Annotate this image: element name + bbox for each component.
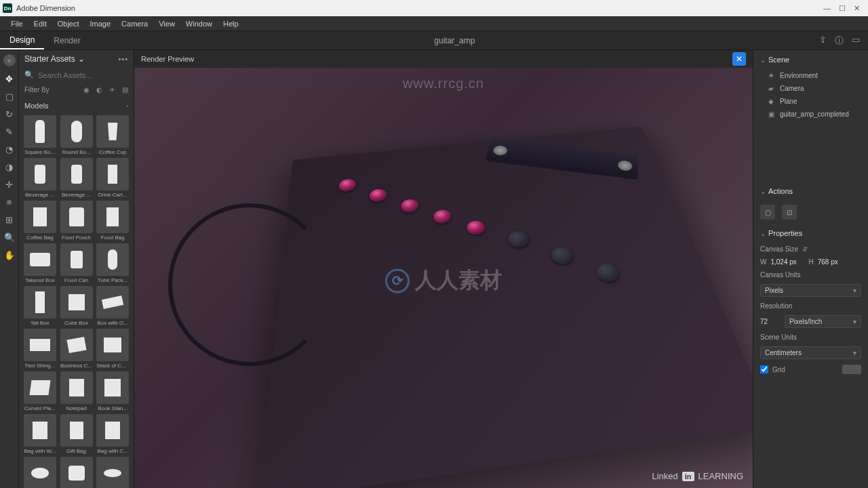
asset-label: Gift Bag (60, 448, 93, 454)
filter-materials-icon[interactable]: ◐ (96, 86, 102, 94)
eyedropper-tool[interactable]: ◑ (4, 161, 15, 172)
help-icon[interactable]: ⓘ (835, 35, 844, 47)
asset-item[interactable]: Beverage ... (23, 158, 57, 198)
resolution-units-dropdown[interactable]: Pixels/Inch (785, 315, 861, 328)
asset-item[interactable] (23, 457, 57, 488)
scene-item-icon: ▣ (768, 110, 776, 118)
asset-label: Beverage ... (60, 192, 93, 198)
rotate-tool[interactable]: ↻ (4, 108, 15, 119)
asset-item[interactable]: Coffee Bag (23, 201, 57, 241)
properties-section-header[interactable]: Properties (753, 224, 868, 243)
assets-title[interactable]: Starter Assets ⌄ (24, 54, 85, 64)
align-tool[interactable]: ⊞ (4, 214, 15, 225)
action-align-button[interactable]: ⊡ (782, 205, 797, 220)
asset-item[interactable]: Food Can (60, 243, 94, 283)
tab-design[interactable]: Design (0, 31, 44, 49)
menu-camera[interactable]: Camera (116, 20, 153, 28)
canvas-units-dropdown[interactable]: Pixels (760, 284, 861, 297)
asset-item[interactable]: Tall Box (23, 286, 57, 326)
filter-label: Filter By (24, 86, 50, 94)
titlebar: Dn Adobe Dimension — ☐ ✕ (0, 0, 868, 16)
asset-label: Takeout Box (24, 277, 56, 283)
menu-image[interactable]: Image (85, 20, 117, 28)
scene-item[interactable]: ▰Camera (753, 82, 868, 95)
asset-item[interactable]: Gift Bag (60, 414, 94, 454)
grid-color-swatch[interactable] (842, 365, 861, 374)
asset-item[interactable]: Bag with C... (96, 414, 130, 454)
tab-render[interactable]: Render (44, 31, 90, 49)
scene-item[interactable]: ◆Plane (753, 95, 868, 108)
menu-window[interactable]: Window (180, 20, 218, 28)
grid-checkbox[interactable] (760, 365, 768, 373)
action-frame-button[interactable]: ▢ (760, 205, 775, 220)
feedback-icon[interactable]: ▭ (852, 35, 860, 47)
menu-file[interactable]: File (5, 20, 28, 28)
asset-item[interactable]: Curved Pla... (23, 371, 57, 411)
sampler-tool[interactable]: ◔ (4, 144, 15, 155)
filter-images-icon[interactable]: ▤ (122, 86, 128, 94)
actions-section-header[interactable]: Actions (753, 182, 868, 201)
add-tool[interactable]: ＋ (3, 54, 16, 66)
render-canvas[interactable]: www.rrcg.cn ⟳ 人人素材 Linkedin LEARNING (134, 68, 753, 488)
asset-item[interactable]: Book Stan... (96, 371, 130, 411)
asset-item[interactable]: Box with O... (96, 286, 130, 326)
watermark-url: www.rrcg.cn (403, 76, 484, 92)
asset-label: Food Bag (96, 235, 129, 241)
menu-edit[interactable]: Edit (28, 20, 52, 28)
canvas-size-label: Canvas Size (760, 245, 798, 253)
asset-label: Tall Box (24, 320, 56, 326)
pan-tool[interactable]: ✋ (4, 249, 15, 260)
menu-view[interactable]: View (153, 20, 180, 28)
search-input[interactable] (38, 71, 132, 79)
close-render-preview-button[interactable]: ✕ (732, 52, 746, 66)
asset-item[interactable]: Food Bag (96, 201, 130, 241)
orbit-tool[interactable]: ▢ (4, 91, 15, 102)
link-icon[interactable]: ⇵ (802, 245, 808, 253)
menu-help[interactable]: Help (218, 20, 244, 28)
height-input[interactable] (818, 258, 852, 266)
minimize-button[interactable]: — (823, 4, 831, 13)
share-icon[interactable]: ⇪ (819, 35, 827, 47)
asset-item[interactable]: Notepad (60, 371, 94, 411)
asset-item[interactable]: Takeout Box (23, 243, 57, 283)
models-dot-icon[interactable]: · (126, 102, 128, 110)
asset-label: Square Bo... (24, 149, 56, 155)
move-tool[interactable]: ✛ (4, 179, 15, 190)
asset-item[interactable]: Cube Box (60, 286, 94, 326)
asset-item[interactable] (96, 457, 130, 488)
filter-lights-icon[interactable]: ☀ (109, 86, 115, 94)
resolution-input[interactable] (760, 318, 781, 325)
search-icon: 🔍 (24, 70, 34, 79)
filter-models-icon[interactable]: ◉ (83, 86, 90, 94)
scene-section-header[interactable]: Scene (753, 50, 868, 69)
asset-item[interactable]: Food Pouch (60, 201, 94, 241)
zoom-tool[interactable]: 🔍 (4, 232, 15, 243)
asset-item[interactable]: Tied String... (23, 329, 57, 369)
scene-units-dropdown[interactable]: Centimeters (760, 346, 861, 359)
asset-item[interactable]: Business C... (60, 329, 94, 369)
asset-item[interactable]: Bag with W... (23, 414, 57, 454)
asset-item[interactable]: Tube Pack... (96, 243, 130, 283)
asset-item[interactable]: Round Bo... (60, 115, 94, 155)
maximize-button[interactable]: ☐ (839, 4, 846, 13)
asset-label: Curved Pla... (24, 405, 56, 411)
asset-item[interactable] (60, 457, 94, 488)
width-input[interactable] (770, 258, 804, 266)
asset-item[interactable]: Stack of Ca... (96, 329, 130, 369)
asset-item[interactable]: Beverage ... (60, 158, 94, 198)
menubar: File Edit Object Image Camera View Windo… (0, 16, 868, 31)
assets-more-button[interactable]: ••• (118, 55, 128, 63)
asset-item[interactable]: Drink Cart... (96, 158, 130, 198)
scene-item-label: guitar_amp_completed (780, 110, 849, 118)
close-button[interactable]: ✕ (854, 4, 860, 13)
asset-item[interactable]: Coffee Cup (96, 115, 130, 155)
render-preview-label: Render Preview (141, 55, 194, 63)
chevron-down-icon: ⌄ (78, 54, 85, 64)
horizon-tool[interactable]: ≡ (4, 197, 15, 207)
select-tool[interactable]: ✥ (4, 73, 15, 84)
scene-item[interactable]: ▣guitar_amp_completed (753, 108, 868, 121)
scene-item[interactable]: ✷Environment (753, 69, 868, 82)
asset-item[interactable]: Square Bo... (23, 115, 57, 155)
wand-tool[interactable]: ✎ (4, 126, 15, 137)
menu-object[interactable]: Object (52, 20, 85, 28)
